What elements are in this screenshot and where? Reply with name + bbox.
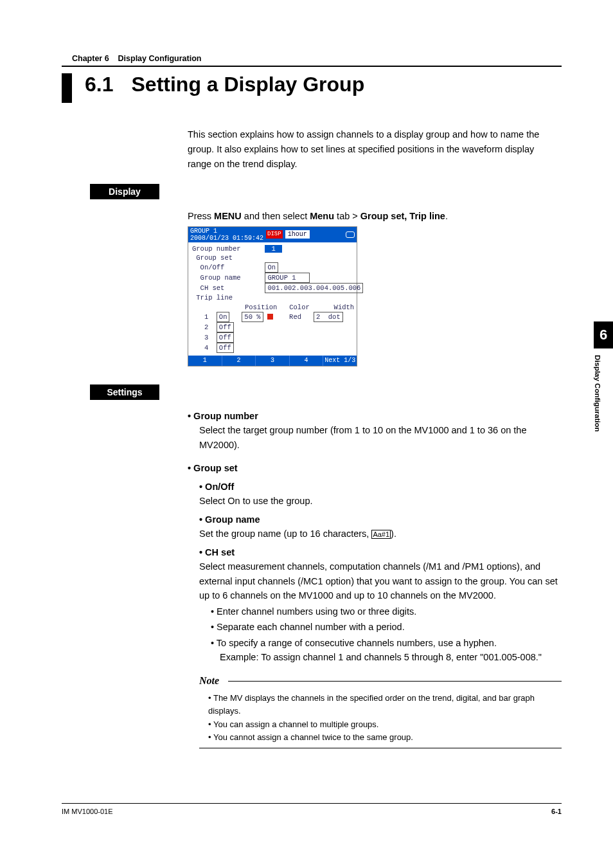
instr-text: Press (188, 211, 214, 221)
item-group-number: Group number Select the target group num… (188, 409, 562, 452)
trip-row-pos: 50 % (242, 312, 263, 322)
lbl-group-number: Group number (192, 245, 241, 253)
text: Example: To assign channel 1 and channel… (220, 650, 542, 664)
note-title: Note (199, 673, 224, 689)
note-item: You cannot assign a channel twice to the… (208, 731, 562, 744)
body-group-name: Set the group name (up to 16 characters,… (199, 527, 562, 541)
softkey: 4 (290, 356, 324, 366)
trip-row-onoff: Off (217, 322, 234, 332)
section-title: Setting a Display Group (131, 73, 364, 96)
instr-text: tab > (334, 211, 360, 221)
side-tab-text: Display Configuration (594, 348, 606, 431)
text: To specify a range of consecutive channe… (217, 638, 497, 648)
text: ). (391, 529, 396, 539)
item-group-set: Group set On/Off Select On to use the gr… (188, 461, 562, 748)
list-item: To specify a range of consecutive channe… (211, 636, 562, 665)
trip-row-num: 2 (204, 323, 208, 331)
note-rule-line (228, 681, 562, 682)
trip-row-num: 1 (204, 313, 208, 321)
time-button: 1hour (285, 230, 310, 239)
trip-row-num: 4 (204, 344, 208, 352)
intro-paragraph: This section explains how to assign chan… (188, 127, 547, 172)
settings-content: Group number Select the target group num… (188, 409, 562, 748)
softkey-next: Next 1/3 (323, 356, 357, 366)
ch-set-list: Enter channel numbers using two or three… (211, 604, 562, 665)
body-group-number: Select the target group number (from 1 t… (199, 423, 562, 452)
list-item: Separate each channel number with a peri… (211, 620, 562, 634)
display-instruction: Press MENU and then select Menu tab > Gr… (188, 211, 562, 221)
trip-row-color: Red (289, 313, 301, 321)
page-footer: IM MV1000-01E 6-1 (62, 808, 562, 815)
softkey: 2 (222, 356, 256, 366)
heading-onoff: On/Off (199, 482, 234, 492)
camera-icon (346, 231, 355, 238)
trip-row-onoff: Off (217, 343, 234, 353)
val-gname: GROUP 1 (265, 273, 310, 283)
side-tab-number: 6 (594, 321, 613, 348)
trip-row-num: 3 (204, 334, 208, 341)
shot-titlebar: GROUP 1 2008/01/23 01:59:42 DISP 1hour (188, 227, 357, 242)
text: Set the group name (up to 16 characters, (199, 529, 371, 539)
hdr-position: Position (245, 303, 277, 311)
list-item: Enter channel numbers using two or three… (211, 604, 562, 619)
instr-text: and then select (242, 211, 310, 221)
lbl-onoff: On/Off (200, 264, 225, 271)
footer-page-number: 6-1 (551, 808, 562, 815)
running-header: Chapter 6 Display Configuration (62, 54, 562, 63)
side-tab: 6 Display Configuration (594, 321, 613, 431)
char-mode-symbol: Aa#1 (371, 530, 391, 539)
trip-row-onoff: On (217, 312, 230, 322)
heading-group-set: Group set (188, 463, 238, 473)
trip-row-width: 2 dot (314, 312, 343, 322)
heading-group-name: Group name (199, 514, 260, 525)
disp-icon: DISP (266, 230, 283, 238)
lbl-gname: Group name (200, 274, 241, 282)
val-onoff: On (265, 262, 278, 273)
note-block: Note The MV displays the channels in the… (199, 673, 562, 748)
softkey: 3 (256, 356, 290, 366)
header-rule (62, 66, 562, 67)
item-ch-set: CH set Select measurement channels, comp… (199, 545, 562, 665)
note-bottom-rule (199, 748, 562, 748)
body-ch-set: Select measurement channels, computation… (199, 559, 562, 602)
footer-doc-id: IM MV1000-01E (62, 808, 112, 815)
title-tab-block (62, 73, 72, 103)
val-group-number: 1 (265, 245, 281, 253)
display-label: Display (90, 184, 159, 199)
item-onoff: On/Off Select On to use the group. (199, 480, 562, 509)
chapter-label: Chapter 6 (72, 54, 109, 63)
lbl-group-set: Group set (196, 254, 233, 262)
settings-label: Settings (90, 384, 159, 400)
shot-title: GROUP 1 (190, 228, 263, 235)
lbl-tripline: Trip line (196, 294, 233, 302)
instr-menu: MENU (214, 211, 242, 221)
shot-timestamp: 2008/01/23 01:59:42 (190, 235, 263, 242)
softkey: 1 (188, 356, 222, 366)
chapter-title: Display Configuration (118, 54, 202, 63)
instr-target: Group set, Trip line (360, 211, 445, 221)
lbl-chset: CH set (200, 284, 225, 292)
body-onoff: Select On to use the group. (199, 494, 562, 508)
val-chset: 001.002.003.004.005.006 (265, 283, 363, 293)
item-group-name: Group name Set the group name (up to 16 … (199, 512, 562, 541)
note-list: The MV displays the channels in the spec… (208, 692, 562, 744)
shot-softkeys: 1 2 3 4 Next 1/3 (188, 356, 357, 366)
shot-body: Group number 1 Group set On/Off On Group… (188, 242, 357, 356)
heading-ch-set: CH set (199, 547, 235, 557)
note-item: You can assign a channel to multiple gro… (208, 718, 562, 731)
instr-text: . (445, 211, 448, 221)
heading-group-number: Group number (188, 411, 258, 421)
section-title-row: 6.1 Setting a Display Group (62, 73, 562, 103)
section-number: 6.1 (85, 73, 113, 96)
footer-rule (62, 803, 562, 804)
color-swatch (267, 314, 273, 320)
trip-row-onoff: Off (217, 332, 234, 343)
hdr-width: Width (334, 303, 355, 311)
instr-menu-tab: Menu (310, 211, 334, 221)
hdr-color: Color (289, 303, 310, 311)
embedded-screenshot: GROUP 1 2008/01/23 01:59:42 DISP 1hour G… (188, 226, 357, 366)
note-item: The MV displays the channels in the spec… (208, 692, 562, 718)
